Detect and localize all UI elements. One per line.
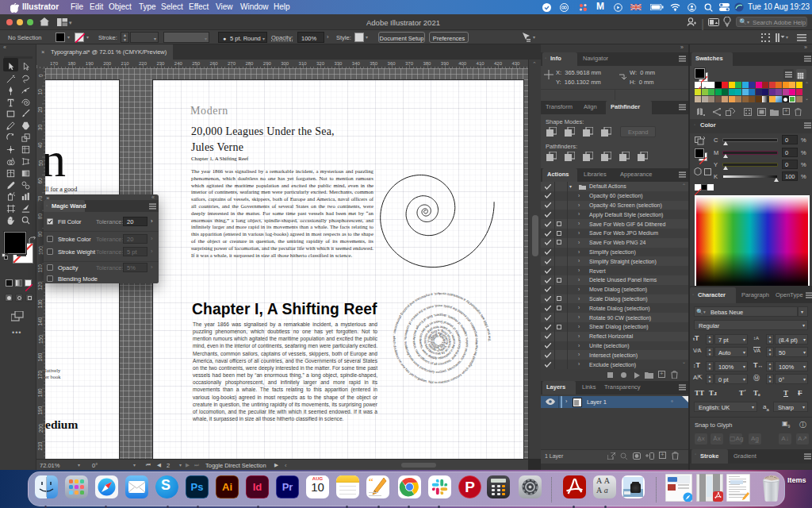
svg-text:0: 0 (38, 74, 44, 77)
svg-text:190: 190 (38, 406, 44, 414)
svg-text:130: 130 (38, 299, 44, 308)
svg-text:140: 140 (38, 317, 44, 325)
svg-text:150: 150 (38, 335, 44, 344)
svg-text:90: 90 (38, 231, 44, 237)
svg-text:50: 50 (38, 160, 44, 166)
svg-text:The year 1866 was signalised b: The year 1866 was signalised by a remark… (153, 80, 492, 384)
svg-text:40: 40 (38, 142, 44, 148)
svg-text:60: 60 (38, 178, 44, 184)
svg-text:20: 20 (38, 106, 44, 113)
svg-text:110: 110 (38, 264, 44, 273)
svg-text:70: 70 (38, 195, 44, 202)
svg-text:160: 160 (38, 352, 44, 361)
svg-text:170: 170 (38, 371, 44, 379)
svg-text:210: 210 (38, 441, 44, 450)
svg-text:100: 100 (38, 246, 44, 255)
svg-text:80: 80 (38, 214, 44, 220)
svg-text:180: 180 (38, 388, 44, 397)
svg-text:30: 30 (38, 125, 44, 131)
svg-text:200: 200 (38, 424, 44, 433)
svg-text:120: 120 (38, 282, 44, 291)
svg-text:10: 10 (38, 89, 44, 95)
